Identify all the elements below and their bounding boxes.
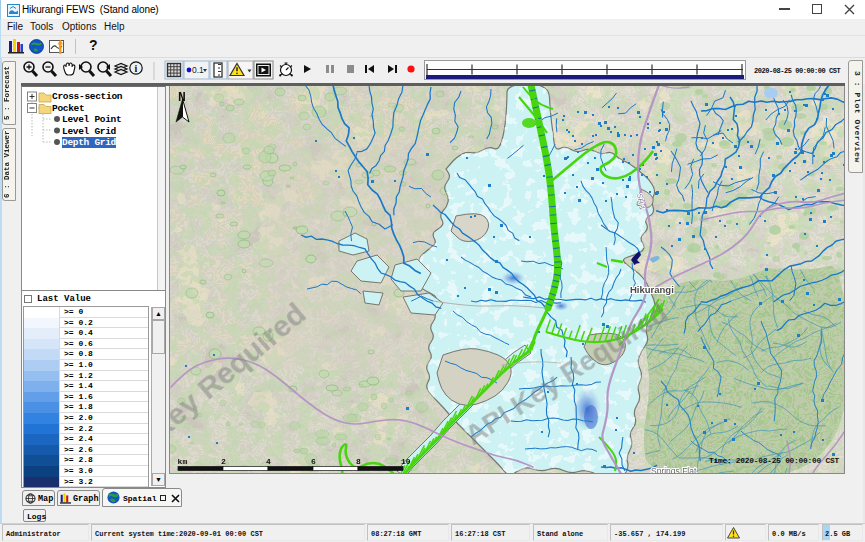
- svg-text:Springs Flat: Springs Flat: [651, 466, 697, 474]
- svg-text:8: 8: [356, 457, 361, 466]
- svg-text:6: 6: [311, 457, 316, 466]
- svg-text:10: 10: [401, 457, 411, 466]
- svg-text:4: 4: [266, 457, 271, 466]
- svg-text:Time: 2020-08-25 00:00:00 CST: Time: 2020-08-25 00:00:00 CST: [709, 457, 839, 465]
- svg-text:km: km: [178, 457, 188, 466]
- svg-text:0.1: 0.1: [192, 65, 204, 75]
- svg-text:i: i: [135, 63, 138, 74]
- svg-text:Hikurangi: Hikurangi: [630, 284, 674, 295]
- svg-text:2: 2: [221, 457, 226, 466]
